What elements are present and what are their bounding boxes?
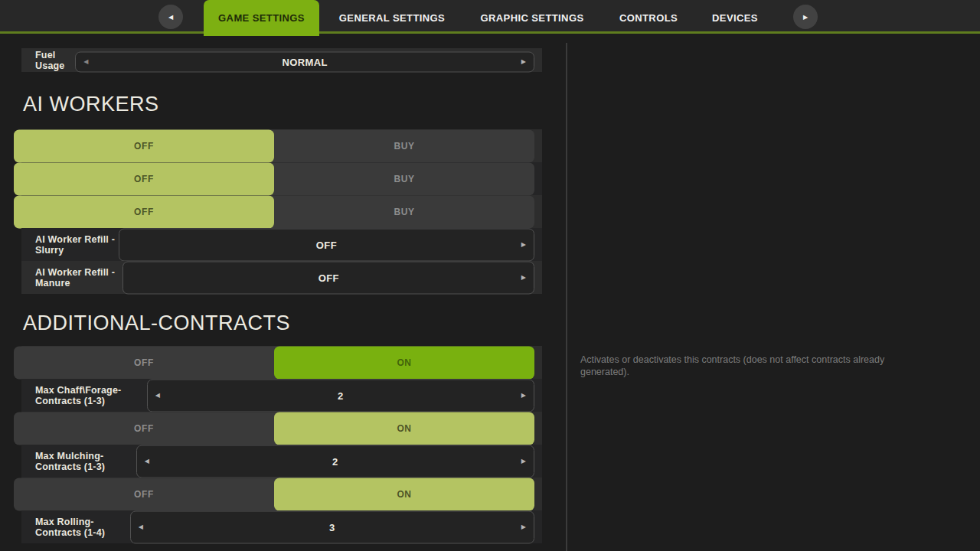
toggle-option-buy[interactable]: BUY: [274, 195, 534, 228]
stepper-value: 2: [332, 455, 338, 467]
arrow-right-icon[interactable]: ▶: [518, 520, 529, 533]
setting-row-max-chaff-forage-contracts: Max Chaff\Forage-Contracts (1-3) ◀ 2 ▶: [21, 379, 542, 412]
setting-row-ai-refill-fuel: AI Worker Refill - Fuel OFF BUY: [21, 129, 542, 162]
selector-value: OFF: [318, 272, 339, 283]
arrow-left-icon[interactable]: ◀: [142, 455, 152, 468]
toggle-option-off[interactable]: OFF: [14, 129, 274, 162]
toggle-option-buy[interactable]: BUY: [274, 129, 534, 162]
selector-value: NORMAL: [282, 56, 327, 67]
setting-row-ai-refill-slurry: AI Worker Refill - Slurry OFF ▶: [21, 228, 542, 261]
tab-devices[interactable]: DEVICES: [689, 0, 781, 36]
arrow-left-icon[interactable]: ◀: [80, 55, 91, 68]
off-buy-toggle: OFF BUY: [14, 129, 534, 162]
setting-label: Max Mulching-Contracts (1-3): [35, 451, 144, 472]
fuel-usage-selector: ◀ NORMAL ▶: [75, 51, 534, 72]
prev-tab-button[interactable]: ◀: [158, 5, 183, 29]
arrow-right-icon[interactable]: ▶: [518, 389, 529, 402]
toggle-option-off[interactable]: OFF: [14, 162, 274, 195]
off-buy-toggle: OFF BUY: [14, 195, 534, 228]
toggle-option-on[interactable]: ON: [274, 412, 534, 445]
toggle-option-off[interactable]: OFF: [14, 412, 274, 445]
setting-row-ai-refill-seeds: AI Worker Refill - Seeds OFF BUY: [21, 162, 542, 195]
stepper-value: 2: [338, 390, 344, 401]
setting-row-ai-refill-fertilizer: AI Worker Refill - Fertilizer OFF BUY: [21, 195, 542, 228]
max-chaff-stepper: ◀ 2 ▶: [147, 379, 534, 412]
setting-row-ai-refill-manure: AI Worker Refill - Manure OFF ▶: [21, 261, 542, 294]
arrow-right-icon[interactable]: ▶: [518, 271, 529, 284]
off-on-toggle: OFF ON: [14, 412, 534, 445]
tab-game-settings[interactable]: GAME SETTINGS: [204, 0, 319, 36]
manure-selector: OFF ▶: [122, 261, 534, 294]
section-title-ai-workers: AI WORKERS: [23, 90, 542, 118]
off-on-toggle: OFF ON: [14, 478, 534, 510]
toggle-option-off[interactable]: OFF: [14, 478, 274, 510]
setting-label: AI Worker Refill - Slurry: [35, 234, 126, 256]
max-rolling-stepper: ◀ 3 ▶: [130, 510, 534, 543]
max-mulching-stepper: ◀ 2 ▶: [136, 445, 534, 478]
setting-label: Max Rolling-Contracts (1-4): [35, 517, 138, 538]
arrow-left-icon[interactable]: ◀: [152, 389, 163, 402]
arrow-right-icon[interactable]: ▶: [518, 455, 529, 468]
setting-row-max-rolling-contracts: Max Rolling-Contracts (1-4) ◀ 3 ▶: [21, 510, 542, 543]
settings-list: Fuel Usage ◀ NORMAL ▶ AI WORKERS AI Work…: [21, 36, 542, 543]
next-tab-button[interactable]: ▶: [793, 5, 818, 29]
setting-row-fuel-usage: Fuel Usage ◀ NORMAL ▶: [21, 48, 542, 72]
selector-value: OFF: [316, 239, 337, 250]
toggle-option-off[interactable]: OFF: [14, 195, 274, 228]
settings-content: Fuel Usage ◀ NORMAL ▶ AI WORKERS AI Work…: [0, 36, 980, 551]
off-on-toggle: OFF ON: [14, 346, 534, 379]
setting-label: Max Chaff\Forage-Contracts (1-3): [35, 385, 155, 406]
setting-description-text: Activates or deactivates this contracts …: [580, 354, 933, 378]
toggle-option-buy[interactable]: BUY: [274, 162, 534, 195]
arrow-left-icon: ◀: [168, 14, 173, 21]
setting-row-chaff-forage-contracts: Chaff\Forage-Contracts OFF ON: [21, 346, 542, 379]
arrow-right-icon[interactable]: ▶: [518, 55, 529, 68]
setting-row-max-mulching-contracts: Max Mulching-Contracts (1-3) ◀ 2 ▶: [21, 445, 542, 478]
arrow-right-icon: ▶: [803, 14, 808, 21]
setting-row-mulching-contracts: Mulching-Contracts OFF ON: [21, 412, 542, 445]
toggle-option-off[interactable]: OFF: [14, 346, 274, 379]
tab-controls[interactable]: CONTROLS: [603, 0, 694, 36]
setting-row-rolling-contracts: Rolling-Contracts OFF ON: [21, 478, 542, 510]
settings-tab-bar: ◀ GAME SETTINGS GENERAL SETTINGS GRAPHIC…: [0, 0, 980, 34]
arrow-left-icon[interactable]: ◀: [136, 520, 146, 533]
stepper-value: 3: [329, 521, 335, 533]
setting-label: AI Worker Refill - Manure: [35, 267, 130, 289]
arrow-right-icon[interactable]: ▶: [518, 238, 529, 251]
vertical-divider: [566, 43, 567, 551]
toggle-option-on[interactable]: ON: [274, 346, 534, 379]
tab-general-settings[interactable]: GENERAL SETTINGS: [335, 0, 449, 36]
section-title-additional-contracts: ADDITIONAL-CONTRACTS: [23, 309, 542, 337]
slurry-selector: OFF ▶: [119, 228, 534, 261]
toggle-option-on[interactable]: ON: [274, 478, 534, 510]
tab-graphic-settings[interactable]: GRAPHIC SETTINGS: [475, 0, 590, 36]
off-buy-toggle: OFF BUY: [14, 162, 534, 195]
